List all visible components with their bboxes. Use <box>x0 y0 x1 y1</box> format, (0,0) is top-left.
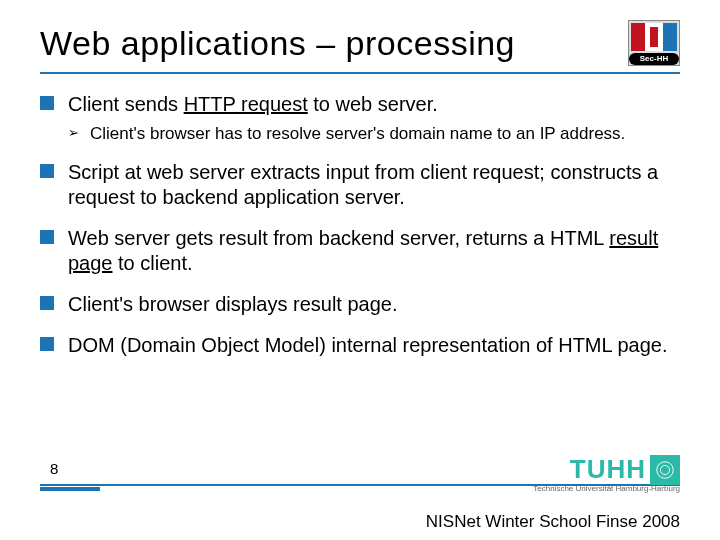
bullet-list: Client sends HTTP request to web server.… <box>40 92 680 358</box>
svg-point-0 <box>657 461 674 478</box>
badge-label: Sec-HH <box>629 53 679 65</box>
bullet-item: Client sends HTTP request to web server.… <box>40 92 680 144</box>
title-rule <box>40 72 680 74</box>
sub-bullet-list: ➢Client's browser has to resolve server'… <box>68 123 625 144</box>
slide: Web applications – processing Sec-HH Cli… <box>0 0 720 540</box>
page-number: 8 <box>50 460 58 477</box>
logo-text: TUHH <box>570 454 646 485</box>
slide-title: Web applications – processing <box>40 24 515 63</box>
bullet-text: Script at web server extracts input from… <box>68 160 680 210</box>
title-row: Web applications – processing Sec-HH <box>40 20 680 66</box>
bullet-item: Web server gets result from backend serv… <box>40 226 680 276</box>
sub-bullet-item: ➢Client's browser has to resolve server'… <box>68 123 625 144</box>
security-badge: Sec-HH <box>628 20 680 66</box>
bullet-text: DOM (Domain Object Model) internal repre… <box>68 333 668 358</box>
bullet-item: DOM (Domain Object Model) internal repre… <box>40 333 680 358</box>
square-bullet-icon <box>40 164 54 178</box>
footer: 8 TUHH Technische Universität Hamburg-Ha… <box>0 454 720 540</box>
bullet-item: Script at web server extracts input from… <box>40 160 680 210</box>
svg-point-1 <box>660 465 669 474</box>
tuhh-logo: TUHH <box>570 454 680 485</box>
chevron-icon: ➢ <box>68 125 82 144</box>
footer-rule-accent <box>40 487 100 491</box>
bullet-item: Client's browser displays result page. <box>40 292 680 317</box>
square-bullet-icon <box>40 96 54 110</box>
bullet-text: Client sends HTTP request to web server.… <box>68 92 625 144</box>
bullet-text: Client's browser displays result page. <box>68 292 398 317</box>
hamburg-flag-icon <box>631 23 677 51</box>
bullet-text: Web server gets result from backend serv… <box>68 226 680 276</box>
conference-text: NISNet Winter School Finse 2008 <box>426 512 680 532</box>
square-bullet-icon <box>40 337 54 351</box>
sub-bullet-text: Client's browser has to resolve server's… <box>90 123 625 144</box>
logo-subtext: Technische Universität Hamburg-Harburg <box>533 484 680 493</box>
square-bullet-icon <box>40 296 54 310</box>
logo-seal-icon <box>650 455 680 485</box>
square-bullet-icon <box>40 230 54 244</box>
